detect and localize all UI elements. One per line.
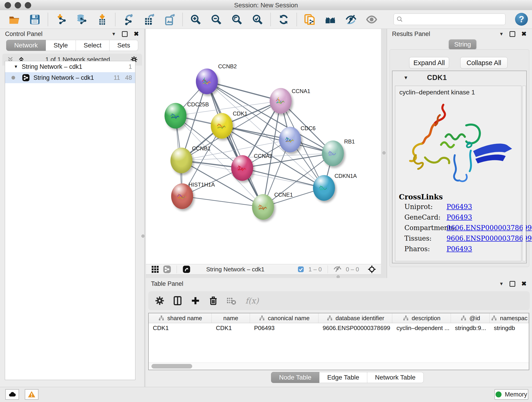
tab-style[interactable]: Style — [46, 40, 76, 51]
zoom-in-button[interactable] — [188, 12, 203, 27]
table-cell[interactable]: 9606.ENSP00000378699 — [318, 323, 392, 333]
network-collection-row[interactable]: ▼ String Network – cdk1 1 — [5, 61, 135, 72]
first-neighbors-button[interactable] — [323, 12, 338, 27]
tab-string[interactable]: String — [449, 39, 476, 50]
splitter-grip[interactable] — [141, 235, 145, 238]
network-node-CCNA1[interactable] — [270, 88, 292, 114]
network-node-CCNE1[interactable] — [252, 194, 274, 220]
expand-all-button[interactable]: Expand All — [409, 57, 449, 69]
hide-selected-button[interactable] — [344, 12, 358, 27]
search-input[interactable] — [394, 13, 505, 25]
panel-close-icon[interactable]: ✖ — [133, 30, 139, 38]
table-cell[interactable]: stringdb:9... — [451, 323, 490, 333]
panel-menu-caret-icon[interactable]: ▼ — [499, 281, 504, 287]
column-header-database-identifier[interactable]: database identifier — [318, 313, 392, 323]
grid-view-icon[interactable] — [151, 265, 159, 274]
table-cell[interactable]: stringdb — [490, 323, 529, 333]
open-session-button[interactable] — [7, 12, 22, 27]
birds-eye-view-icon[interactable] — [182, 265, 191, 274]
network-node-CCNB1[interactable] — [171, 148, 192, 173]
tab-node-table[interactable]: Node Table — [271, 372, 319, 383]
panel-float-icon[interactable] — [510, 281, 515, 287]
refresh-button[interactable] — [276, 12, 291, 27]
crosslink-link[interactable]: P06493 — [447, 245, 472, 253]
tab-edge-table[interactable]: Edge Table — [319, 372, 367, 383]
panel-close-icon[interactable]: ✖ — [521, 30, 526, 38]
network-row-selected[interactable]: String Network – cdk1 11 48 — [5, 72, 135, 83]
crosslink-link[interactable]: P06493 — [447, 213, 472, 221]
add-column-icon[interactable] — [190, 296, 201, 306]
import-network-button[interactable] — [54, 12, 68, 27]
function-builder-icon[interactable]: f(x) — [245, 296, 259, 305]
import-table-button[interactable] — [95, 12, 109, 27]
results-scrollbar[interactable] — [523, 86, 526, 261]
tab-select[interactable]: Select — [76, 40, 109, 51]
export-network-button[interactable] — [121, 12, 136, 27]
tab-network[interactable]: Network — [6, 40, 46, 51]
network-edge[interactable] — [182, 196, 263, 207]
network-node-CDC25B[interactable] — [165, 103, 186, 128]
gene-collapse-caret-icon[interactable]: ▼ — [404, 75, 408, 80]
network-label: String Network – cdk1 — [33, 74, 108, 81]
delete-column-icon[interactable] — [208, 296, 218, 306]
network-node-CDC6[interactable] — [279, 127, 301, 153]
column-header--id[interactable]: @id — [451, 313, 490, 323]
tab-sets[interactable]: Sets — [109, 40, 138, 51]
network-edge[interactable] — [207, 81, 281, 101]
table-row[interactable]: CDK1CDK1P064939606.ENSP00000378699cyclin… — [149, 323, 529, 333]
save-session-button[interactable] — [27, 12, 42, 27]
table-settings-gear-icon[interactable] — [155, 296, 165, 306]
panel-float-icon[interactable] — [510, 31, 515, 37]
network-node-RB1[interactable] — [322, 140, 344, 166]
collapse-all-button[interactable]: Collapse All — [460, 57, 507, 69]
export-image-button[interactable] — [162, 12, 177, 27]
crosslink-link[interactable]: 9606.ENSP00000378699 — [447, 224, 532, 232]
network-edge[interactable] — [207, 81, 263, 207]
zoom-fit-button[interactable] — [230, 12, 244, 27]
table-cell[interactable]: cyclin–dependent ... — [392, 323, 451, 333]
table-cell[interactable]: CDK1 — [212, 323, 250, 333]
tree-caret-icon[interactable]: ▼ — [14, 64, 18, 69]
splitter-grip[interactable] — [382, 151, 386, 154]
panel-menu-caret-icon[interactable]: ▼ — [112, 32, 116, 37]
column-header-description[interactable]: description — [392, 313, 451, 323]
panel-close-icon[interactable]: ✖ — [521, 280, 526, 287]
network-node-CDK1[interactable] — [211, 113, 233, 139]
hscrollbar-thumb[interactable] — [152, 364, 192, 369]
network-node-CDKN1A[interactable] — [313, 175, 335, 201]
tab-network-table[interactable]: Network Table — [367, 372, 424, 383]
crosslink-link[interactable]: 9606.ENSP00000378699 — [447, 235, 532, 242]
column-header-name[interactable]: name — [212, 313, 250, 323]
zoom-out-button[interactable] — [209, 12, 224, 27]
table-cell[interactable]: CDK1 — [149, 323, 212, 333]
show-columns-icon[interactable] — [172, 296, 183, 306]
zoom-selected-button[interactable] — [250, 12, 265, 27]
copy-network-button[interactable] — [302, 12, 317, 27]
network-node-CCNB2[interactable] — [196, 69, 218, 94]
table-cell[interactable]: P06493 — [250, 323, 318, 333]
show-all-button[interactable] — [364, 12, 379, 27]
export-table-button[interactable] — [142, 12, 156, 27]
network-view-canvas[interactable]: CCNB2CCNA1CDC25BCDK1CDC6RB1CCNB1CCNA2CDK… — [146, 29, 381, 264]
network-view-icon[interactable] — [163, 265, 171, 274]
network-node-CCNA2[interactable] — [231, 155, 253, 181]
crosslink-link[interactable]: P06493 — [447, 203, 472, 211]
panel-float-icon[interactable] — [122, 31, 128, 37]
warnings-button[interactable] — [25, 389, 38, 400]
crosshair-icon[interactable] — [368, 265, 376, 274]
table-hscrollbar[interactable] — [149, 363, 529, 370]
protein-structure-image — [398, 98, 519, 190]
delete-table-icon[interactable] — [226, 296, 236, 306]
network-edge[interactable] — [222, 126, 333, 153]
hidden-eye-icon[interactable] — [333, 265, 342, 274]
selected-checkbox-icon[interactable] — [298, 266, 304, 273]
column-header-shared-name[interactable]: shared name — [149, 313, 212, 323]
memory-button[interactable]: Memory — [494, 389, 528, 400]
cloud-status-button[interactable] — [5, 389, 19, 400]
column-header-namespac[interactable]: namespac — [490, 313, 529, 323]
column-header-canonical-name[interactable]: canonical name — [250, 313, 318, 323]
help-button[interactable]: ? — [515, 13, 528, 26]
node-label-RB1: RB1 — [344, 138, 355, 145]
panel-menu-caret-icon[interactable]: ▼ — [499, 32, 504, 37]
import-database-button[interactable] — [74, 12, 89, 27]
